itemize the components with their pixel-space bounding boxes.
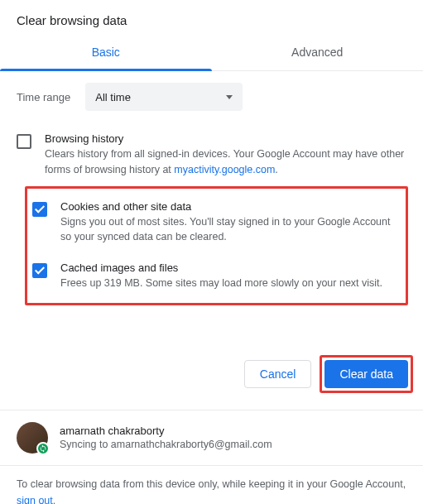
option-title: Cached images and files — [60, 262, 396, 274]
tabs: Basic Advanced — [0, 34, 423, 71]
cancel-button[interactable]: Cancel — [244, 360, 312, 388]
options-list: Browsing history Clears history from all… — [0, 119, 423, 305]
option-desc: Frees up 319 MB. Some sites may load mor… — [60, 276, 396, 291]
option-desc: Signs you out of most sites. You'll stay… — [60, 214, 396, 246]
checkbox-cookies[interactable] — [32, 202, 47, 217]
highlighted-options: Cookies and other site data Signs you ou… — [25, 186, 408, 305]
tab-basic[interactable]: Basic — [0, 34, 212, 70]
time-range-value: All time — [95, 91, 131, 103]
user-name: amarnath chakraborty — [60, 425, 272, 437]
dialog-title: Clear browsing data — [0, 0, 423, 34]
time-range-select[interactable]: All time — [85, 83, 243, 111]
option-title: Browsing history — [45, 132, 406, 145]
user-row: amarnath chakraborty Syncing to amarnath… — [0, 410, 423, 465]
clear-browsing-data-dialog: Clear browsing data Basic Advanced Time … — [0, 0, 423, 504]
clear-data-button[interactable]: Clear data — [324, 360, 408, 388]
checkbox-cache[interactable] — [32, 263, 47, 278]
option-browsing-history: Browsing history Clears history from all… — [17, 124, 413, 186]
sync-icon — [36, 442, 50, 455]
option-cookies: Cookies and other site data Signs you ou… — [32, 192, 402, 254]
tab-advanced[interactable]: Advanced — [212, 34, 424, 70]
sign-out-link[interactable]: sign out — [17, 495, 53, 504]
time-range-label: Time range — [17, 91, 70, 103]
clear-data-highlight: Clear data — [320, 355, 413, 393]
avatar — [17, 422, 48, 454]
time-range-row: Time range All time — [0, 71, 423, 119]
dialog-actions: Cancel Clear data — [0, 305, 423, 405]
chevron-down-icon — [226, 95, 233, 99]
option-desc: Clears history from all signed-in device… — [45, 146, 406, 178]
checkbox-browsing-history[interactable] — [17, 134, 31, 149]
option-title: Cookies and other site data — [60, 200, 396, 213]
user-sync-status: Syncing to amarnathchakraborty6@gmail.co… — [60, 439, 272, 450]
footer-text: To clear browsing data from this device … — [0, 465, 423, 504]
myactivity-link[interactable]: myactivity.google.com — [174, 164, 275, 175]
option-cache: Cached images and files Frees up 319 MB.… — [32, 253, 402, 300]
